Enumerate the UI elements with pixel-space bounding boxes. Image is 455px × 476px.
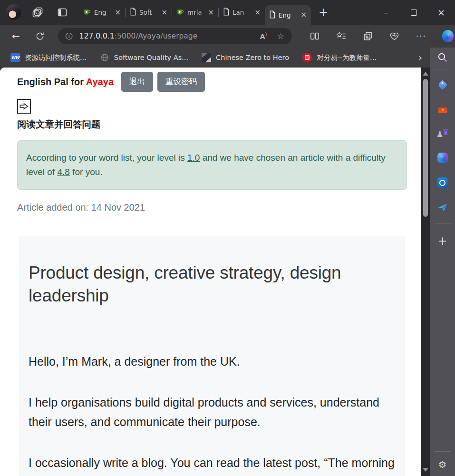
- document-icon: [269, 10, 275, 20]
- sidebar-add-icon[interactable]: +: [437, 235, 447, 247]
- drop-paper-plane-icon[interactable]: [436, 201, 449, 214]
- page-scrollbar[interactable]: [421, 68, 430, 476]
- tab-label: Eng: [94, 9, 111, 16]
- back-icon[interactable]: ←: [12, 31, 20, 41]
- page-header: English Pal for Ayaya 退出 重设密码: [17, 71, 407, 92]
- address-bar[interactable]: ⓘ 127.0.0.1:5000/Ayaya/userpage A) ☆: [58, 28, 292, 44]
- browser-essentials-icon[interactable]: [389, 30, 400, 42]
- page-title: English Pal for Ayaya: [17, 77, 114, 87]
- sidebar-divider: [435, 69, 451, 69]
- task-heading: 阅读文章并回答问题: [17, 118, 407, 131]
- collections-icon[interactable]: [362, 30, 374, 42]
- sidebar-divider: [435, 223, 451, 223]
- tab-label: Lan: [232, 9, 251, 16]
- tab-5-active[interactable]: Eng ×: [265, 5, 311, 25]
- user-level-link[interactable]: 1.0: [187, 153, 200, 163]
- logout-button[interactable]: 退出: [121, 72, 153, 92]
- workspaces-icon[interactable]: [31, 6, 44, 19]
- tab-label: mrla: [187, 9, 204, 16]
- document-icon: [130, 8, 136, 17]
- tab-label: Soft: [139, 9, 158, 16]
- window-controls: – ×: [372, 0, 455, 25]
- games-icon[interactable]: ♟ ♜: [437, 128, 448, 139]
- refresh-icon[interactable]: [35, 31, 45, 41]
- next-article-button[interactable]: [17, 99, 31, 114]
- title-bar: Eng × Soft × mrla × Lan: [0, 0, 455, 25]
- bookmarks-overflow-icon[interactable]: ›: [418, 52, 422, 63]
- level-notice: According to your word list, your level …: [17, 140, 407, 190]
- bookmark-1[interactable]: WW 资源访问控制系统...: [10, 53, 87, 62]
- bookmarks-bar: WW 资源访问控制系统... Software Quality As... Ch…: [0, 48, 430, 68]
- bookmark-label: Software Quality As...: [114, 54, 188, 61]
- minimize-button[interactable]: –: [372, 0, 400, 25]
- sidebar-divider: [435, 451, 451, 452]
- right-arrow-icon: [19, 103, 29, 110]
- tab-close-icon[interactable]: ×: [254, 9, 261, 16]
- site-info-icon[interactable]: ⓘ: [66, 32, 73, 41]
- split-screen-icon[interactable]: [309, 30, 320, 42]
- article-title: Product design, creative strategy, desig…: [29, 262, 399, 307]
- bookmark-label: 对分易--为教师量...: [317, 53, 377, 62]
- duifenyi-logo-icon: [302, 53, 312, 62]
- bookmark-label: Chinese Zero to Hero: [216, 54, 289, 61]
- browser-window: Eng × Soft × mrla × Lan: [0, 0, 455, 476]
- scrollbar-thumb[interactable]: [423, 79, 428, 217]
- sidebar-search-icon[interactable]: [436, 51, 449, 64]
- navigation-toolbar: ← ⓘ 127.0.0.1:5000/Ayaya/userpage A) ☆ ·…: [0, 25, 455, 48]
- article-paragraph: Hello, I’m Mark, a designer from the UK.: [29, 352, 399, 371]
- bookmark-2[interactable]: Software Quality As...: [100, 53, 188, 62]
- document-icon: [223, 8, 229, 17]
- gitea-cup-icon: [83, 8, 91, 17]
- tab-close-icon[interactable]: ×: [161, 9, 167, 16]
- favorites-bar-icon[interactable]: [336, 30, 347, 42]
- tab-close-icon[interactable]: ×: [115, 9, 121, 16]
- bookmark-label: 资源访问控制系统...: [25, 53, 87, 62]
- tab-close-icon[interactable]: ×: [208, 9, 214, 16]
- bookmark-3[interactable]: Chinese Zero to Hero: [202, 53, 289, 62]
- article-added-date: Article added on: 14 Nov 2021: [17, 202, 407, 213]
- scroll-up-icon[interactable]: [423, 72, 428, 76]
- maximize-button[interactable]: [400, 0, 427, 25]
- tab-label: Eng: [279, 11, 297, 19]
- article-paragraph: I occasionally write a blog. You can rea…: [29, 453, 399, 476]
- settings-more-icon[interactable]: ···: [416, 30, 427, 42]
- microsoft-365-icon[interactable]: [436, 152, 449, 164]
- outlook-icon[interactable]: [436, 176, 449, 189]
- page-content: English Pal for Ayaya 退出 重设密码 阅读文章并回答问题 …: [0, 68, 421, 476]
- tab-2[interactable]: Soft ×: [126, 0, 172, 25]
- gitea-cup-icon: [176, 8, 184, 17]
- close-button[interactable]: ×: [427, 0, 455, 25]
- toolbox-icon[interactable]: [436, 103, 449, 116]
- bookmark-4[interactable]: 对分易--为教师量...: [302, 53, 377, 62]
- username: Ayaya: [86, 77, 114, 87]
- edge-sidebar: ♟ ♜ + ⚙: [430, 48, 455, 476]
- url-text: 127.0.0.1:5000/Ayaya/userpage: [79, 32, 197, 40]
- read-aloud-icon[interactable]: A): [260, 32, 267, 40]
- maximize-icon: [411, 10, 417, 16]
- tab-1[interactable]: Eng ×: [79, 0, 125, 25]
- article-card: Product design, creative strategy, desig…: [19, 236, 405, 476]
- tab-strip: Eng × Soft × mrla × Lan: [79, 0, 311, 25]
- tab-4[interactable]: Lan ×: [219, 0, 265, 25]
- shopping-tag-icon[interactable]: [436, 78, 449, 91]
- copilot-icon[interactable]: [442, 30, 454, 42]
- profile-avatar[interactable]: [6, 4, 22, 20]
- article-paragraph: I help organisations build digital produ…: [29, 393, 399, 432]
- sidebar-settings-icon[interactable]: ⚙: [438, 459, 447, 470]
- article-difficulty-link[interactable]: 4.8: [57, 167, 69, 177]
- reset-password-button[interactable]: 重设密码: [157, 72, 205, 92]
- photo-icon: [202, 53, 211, 62]
- new-tab-button[interactable]: +: [319, 7, 328, 18]
- globe-icon: [100, 53, 109, 62]
- ww-logo-icon: WW: [10, 53, 20, 62]
- tab-actions-icon[interactable]: [56, 6, 68, 19]
- tab-3[interactable]: mrla ×: [172, 0, 218, 25]
- tab-close-icon[interactable]: ×: [300, 11, 307, 19]
- favorite-star-icon[interactable]: ☆: [277, 31, 284, 41]
- scroll-down-icon[interactable]: [423, 468, 428, 472]
